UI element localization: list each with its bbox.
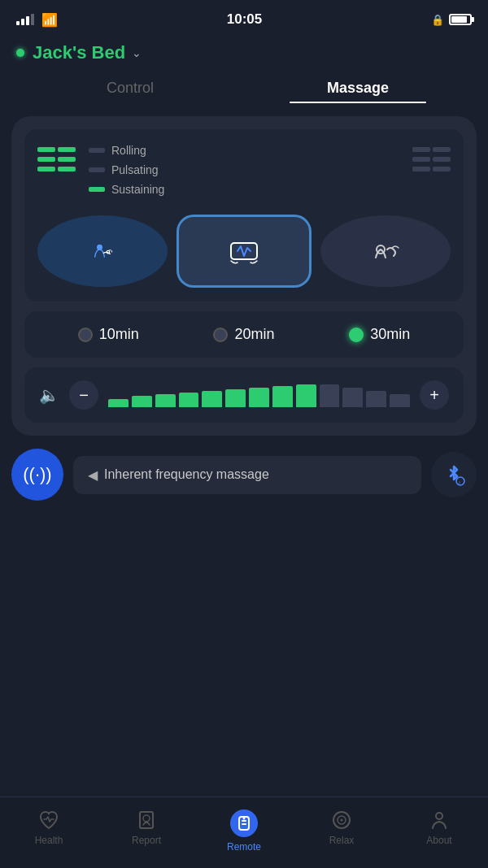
bottom-navigation: Health Report Remote Relax bbox=[0, 796, 488, 868]
rolling-indicator bbox=[89, 148, 105, 153]
volume-panel: 🔈 − + bbox=[24, 367, 464, 423]
remote-icon bbox=[229, 809, 259, 838]
chevron-down-icon[interactable]: ⌄ bbox=[132, 46, 142, 59]
play-icon: ((·)) bbox=[23, 464, 51, 485]
volume-decrease-button[interactable]: − bbox=[69, 380, 98, 410]
nav-label-report: Report bbox=[132, 835, 161, 846]
nav-item-health[interactable]: Health bbox=[0, 805, 98, 846]
status-left: 📶 bbox=[16, 12, 58, 28]
tab-bar: Control Massage bbox=[0, 73, 488, 103]
svg-rect-11 bbox=[242, 823, 246, 825]
bluetooth-button[interactable]: ♪ bbox=[431, 452, 477, 497]
svg-rect-6 bbox=[140, 812, 153, 828]
vol-bar-9 bbox=[296, 384, 316, 407]
timer-radio-20 bbox=[213, 328, 228, 342]
nav-label-remote: Remote bbox=[227, 841, 261, 853]
sustaining-indicator bbox=[89, 187, 105, 192]
right-bar-1 bbox=[412, 147, 451, 152]
mode-label-text: Inherent frequency massage bbox=[104, 467, 269, 482]
svg-point-12 bbox=[243, 818, 246, 820]
nav-label-health: Health bbox=[35, 835, 63, 846]
wifi-icon: 📶 bbox=[41, 12, 58, 28]
left-intensity-bars bbox=[37, 144, 76, 171]
right-bar-2 bbox=[412, 157, 451, 162]
pattern-sustaining[interactable]: Sustaining bbox=[89, 183, 399, 196]
main-card: Rolling Pulsating Sustaining bbox=[11, 116, 477, 436]
status-bar: 📶 10:05 🔒 bbox=[0, 0, 488, 36]
device-header[interactable]: Jack's Bed ⌄ bbox=[0, 36, 488, 73]
svg-rect-2 bbox=[231, 243, 257, 259]
vol-bar-5 bbox=[202, 391, 222, 407]
nav-item-about[interactable]: About bbox=[390, 805, 488, 846]
vol-bar-6 bbox=[225, 389, 246, 407]
rhythm-mode-icon bbox=[226, 233, 262, 269]
wave-mode-icon bbox=[369, 235, 402, 267]
right-bar-3 bbox=[412, 167, 451, 171]
vol-bar-4 bbox=[179, 393, 199, 407]
vol-bar-1 bbox=[108, 399, 129, 407]
nav-item-report[interactable]: Report bbox=[98, 805, 195, 846]
vol-bar-11 bbox=[342, 388, 363, 407]
battery-icon bbox=[449, 14, 472, 25]
volume-increase-button[interactable]: + bbox=[420, 380, 449, 410]
mode-btn-body[interactable] bbox=[37, 215, 168, 287]
vol-bar-2 bbox=[132, 396, 152, 407]
lock-icon: 🔒 bbox=[431, 14, 444, 26]
pattern-section: Rolling Pulsating Sustaining bbox=[37, 144, 451, 202]
pulsating-indicator bbox=[89, 167, 105, 172]
bluetooth-icon: ♪ bbox=[442, 463, 465, 486]
tab-control[interactable]: Control bbox=[16, 73, 244, 103]
mode-arrow-icon: ◀ bbox=[88, 467, 98, 483]
vol-bar-10 bbox=[320, 384, 340, 407]
relax-icon bbox=[330, 809, 353, 831]
pattern-pulsating[interactable]: Pulsating bbox=[89, 163, 399, 176]
action-bar: ((·)) ◀ Inherent frequency massage ♪ bbox=[11, 449, 477, 501]
nav-item-relax[interactable]: Relax bbox=[293, 805, 390, 846]
nav-label-relax: Relax bbox=[329, 835, 355, 846]
nav-item-remote[interactable]: Remote bbox=[195, 805, 293, 853]
timer-20min[interactable]: 20min bbox=[213, 326, 274, 343]
timer-10min[interactable]: 10min bbox=[78, 326, 139, 343]
health-icon bbox=[37, 809, 60, 831]
svg-point-16 bbox=[436, 813, 442, 819]
device-name: Jack's Bed bbox=[33, 42, 125, 63]
intensity-bar-1 bbox=[37, 147, 76, 152]
about-person-icon bbox=[428, 809, 451, 831]
svg-point-15 bbox=[341, 819, 343, 822]
speaker-icon: 🔈 bbox=[39, 385, 59, 405]
timer-30min[interactable]: 30min bbox=[349, 326, 410, 343]
intensity-bar-3 bbox=[37, 167, 76, 171]
intensity-bar-2 bbox=[37, 157, 76, 162]
vol-bar-8 bbox=[272, 386, 293, 407]
mode-btn-wave[interactable] bbox=[320, 215, 451, 287]
play-button[interactable]: ((·)) bbox=[11, 449, 63, 501]
vol-bar-7 bbox=[249, 388, 269, 407]
timer-radio-30 bbox=[349, 328, 364, 342]
vol-bar-13 bbox=[390, 394, 410, 407]
svg-rect-10 bbox=[242, 820, 246, 822]
signal-bars-icon bbox=[16, 14, 34, 25]
mode-buttons bbox=[37, 215, 451, 287]
right-intensity-bars bbox=[412, 144, 451, 171]
mode-btn-rhythm[interactable] bbox=[177, 215, 311, 287]
body-mode-icon bbox=[91, 240, 114, 263]
report-icon bbox=[135, 809, 158, 831]
svg-point-7 bbox=[143, 815, 150, 822]
mode-label-container: ◀ Inherent frequency massage bbox=[73, 456, 421, 494]
tab-massage[interactable]: Massage bbox=[244, 73, 472, 103]
svg-point-1 bbox=[107, 250, 110, 254]
timer-radio-10 bbox=[78, 328, 93, 342]
pattern-labels: Rolling Pulsating Sustaining bbox=[76, 144, 412, 202]
vol-bar-3 bbox=[155, 394, 176, 407]
status-right: 🔒 bbox=[431, 14, 472, 26]
svg-text:♪: ♪ bbox=[458, 480, 461, 485]
nav-label-about: About bbox=[426, 835, 451, 846]
connection-status-dot bbox=[16, 49, 24, 57]
status-time: 10:05 bbox=[227, 11, 262, 28]
vol-bar-12 bbox=[366, 391, 386, 407]
volume-level-bars bbox=[108, 383, 410, 407]
massage-mode-panel: Rolling Pulsating Sustaining bbox=[24, 129, 464, 302]
timer-panel: 10min 20min 30min bbox=[24, 311, 464, 358]
pattern-rolling[interactable]: Rolling bbox=[89, 144, 399, 157]
